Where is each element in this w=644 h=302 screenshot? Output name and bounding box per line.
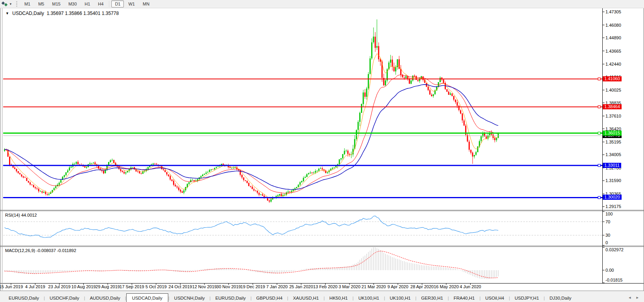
tab-scroll-right-icon[interactable]: ▸ — [636, 295, 638, 300]
chart-tab-audusd-daily[interactable]: AUDUSD,Daily — [85, 294, 125, 302]
collapse-triangle-icon: ▼ — [6, 11, 9, 15]
y-axis-tick-label: 1.42440 — [605, 62, 621, 66]
rsi-axis-label: 100 — [605, 212, 613, 216]
x-axis-date-label: 4 Jul 2019 — [25, 284, 45, 289]
x-axis-date-label: 4 Jun 2020 — [460, 284, 481, 289]
x-axis-date-label: 9 Apr 2020 — [387, 284, 408, 289]
chart-tab-usdcad-daily[interactable]: USDCAD,Daily — [126, 293, 168, 302]
rsi-axis-label: 30 — [605, 233, 610, 238]
y-axis-tick-label: 1.37610 — [605, 114, 621, 118]
x-axis-date-label: 24 Oct 2019 — [169, 284, 192, 289]
y-axis-tick-label: 1.46080 — [605, 23, 621, 28]
chart-ohlc-values: 1.35697 1.35866 1.35401 1.35778 — [47, 11, 119, 16]
x-axis-date-label: 25 Jan 2020 — [289, 284, 313, 289]
x-axis-date-label: 5 Oct 2019 — [145, 284, 167, 289]
timeframe-button-h4[interactable]: H4 — [94, 0, 107, 7]
price-level-tag: 1.33011 — [603, 163, 621, 168]
macd-axis-label: 0.032972 — [605, 247, 624, 252]
tab-scroll-buttons: ◂ ▸ — [629, 295, 644, 302]
tab-scroll-left-icon[interactable]: ◂ — [629, 295, 631, 300]
chart-tab-gbpusd-h4[interactable]: GBPUSD,H4 — [252, 294, 287, 302]
timeframe-toolbar: ▼ M1M5M15M30H1H4D1W1MN — [0, 0, 644, 8]
indicators-icon[interactable]: ▼ — [2, 1, 12, 7]
timeframe-buttons: M1M5M15M30H1H4D1W1MN — [20, 0, 153, 7]
chart-tab-bar: EURUSD,Daily|USDCHF,Daily|AUDUSD,Daily|U… — [0, 291, 644, 302]
price-level-tag: 1.41060 — [603, 76, 622, 81]
chart-tab-uk100-h1[interactable]: UK100,H1 — [385, 294, 415, 302]
price-level-tag: 1.30020 — [603, 195, 622, 200]
toolbar-grip[interactable] — [16, 1, 17, 7]
chart-tab-usoil-h4[interactable]: USOil,H4 — [480, 294, 509, 302]
trading-platform-window: ▼ M1M5M15M30H1H4D1W1MN ▼ USDCAD,Daily 1.… — [0, 0, 644, 302]
y-axis-tick-label: 1.34005 — [605, 152, 621, 157]
rsi-axis-label: 0 — [605, 240, 608, 245]
chart-tab-ger30-h1[interactable]: GER30,H1 — [416, 294, 448, 302]
macd-axis-label: 0.00 — [605, 268, 614, 273]
timeframe-button-w1[interactable]: W1 — [125, 0, 138, 7]
macd-indicator-label: MACD(12,26,9) -0.008037 -0.011892 — [5, 248, 76, 253]
chart-tab-usdcnh-daily[interactable]: USDCNH,Daily — [169, 294, 210, 302]
x-axis-date-label: 29 Aug 2019 — [96, 284, 120, 289]
rsi-value: 44.0012 — [21, 213, 37, 217]
indicator-glyph — [2, 1, 8, 7]
chart-tab-xauusd-h1[interactable]: XAUUSD,H1 — [288, 294, 324, 302]
chart-tab-usdchf-daily[interactable]: USDCHF,Daily — [45, 294, 84, 302]
rsi-indicator-label: RSI(14) 44.0012 — [5, 213, 37, 217]
x-axis-date-label: 30 Nov 2019 — [216, 284, 241, 289]
price-level-tag: 1.36015 — [603, 131, 622, 136]
chart-tab-dj30-daily[interactable]: DJ30,Daily — [545, 294, 576, 302]
chart-tab-fra40-h1[interactable]: FRA40,H1 — [449, 294, 480, 302]
x-axis-date-label: 17 Sep 2019 — [120, 284, 144, 289]
timeframe-button-m1[interactable]: M1 — [21, 0, 34, 7]
x-axis-date-label: 21 Mar 2020 — [362, 284, 386, 289]
rsi-axis-label: 70 — [605, 219, 610, 224]
y-axis-tick-label: 1.40025 — [605, 88, 621, 92]
chart-tab-eurusd-daily[interactable]: EURUSD,Daily — [4, 294, 44, 302]
timeframe-button-d1[interactable]: D1 — [111, 0, 124, 7]
y-axis-tick-label: 1.31590 — [605, 178, 621, 183]
y-axis-tick-label: 1.43665 — [605, 49, 621, 53]
x-axis-date-label: 13 Feb 2020 — [313, 284, 338, 289]
chart-symbol: USDCAD,Daily — [12, 11, 44, 16]
chart-tab-hk50-h1[interactable]: HK50,H1 — [325, 294, 353, 302]
timeframe-button-mn[interactable]: MN — [139, 0, 153, 7]
x-axis-date-label: 19 Dec 2019 — [241, 284, 265, 289]
chart-title: ▼ USDCAD,Daily 1.35697 1.35866 1.35401 1… — [6, 11, 119, 16]
x-axis-date-label: 12 Nov 2019 — [192, 284, 217, 289]
x-axis-date-label: 28 Apr 2020 — [410, 284, 434, 289]
timeframe-button-m5[interactable]: M5 — [35, 0, 48, 7]
x-axis-date-label: 15 Jun 2019 — [0, 284, 23, 289]
rsi-name: RSI(14) — [5, 213, 20, 217]
x-axis-date-label: 7 Jan 2020 — [266, 284, 287, 289]
price-level-tag: 1.38464 — [603, 104, 622, 109]
chart-canvas[interactable] — [0, 0, 644, 302]
chart-tab-eurusd-daily[interactable]: EURUSD,Daily — [211, 294, 250, 302]
macd-name: MACD(12,26,9) — [5, 248, 35, 253]
chevron-down-icon: ▼ — [9, 2, 12, 6]
timeframe-button-h1[interactable]: H1 — [81, 0, 94, 7]
macd-axis-label: -0.01815 — [605, 278, 622, 282]
y-axis-tick-label: 1.35195 — [605, 140, 621, 144]
y-axis-tick-label: 1.47305 — [605, 9, 621, 14]
timeframe-button-m15[interactable]: M15 — [48, 0, 64, 7]
chart-tab-usdjpy-h1[interactable]: USDJPY,H1 — [510, 294, 544, 302]
x-axis-date-label: 10 Aug 2019 — [72, 284, 96, 289]
chart-tabs: EURUSD,Daily|USDCHF,Daily|AUDUSD,Daily|U… — [0, 293, 629, 302]
timeframe-button-m30[interactable]: M30 — [65, 0, 80, 7]
y-axis-tick-label: 1.29175 — [605, 204, 621, 209]
macd-values: -0.008037 -0.011892 — [36, 248, 76, 253]
toolbar-separator — [109, 1, 109, 7]
y-axis-tick-label: 1.44890 — [605, 35, 621, 40]
x-axis-date-label: 3 Mar 2020 — [339, 284, 361, 289]
x-axis-date-label: 23 Jul 2019 — [48, 284, 71, 289]
x-axis-date-label: 16 May 2020 — [434, 284, 459, 289]
chart-tab-uk100-h1[interactable]: UK100,H1 — [353, 294, 384, 302]
